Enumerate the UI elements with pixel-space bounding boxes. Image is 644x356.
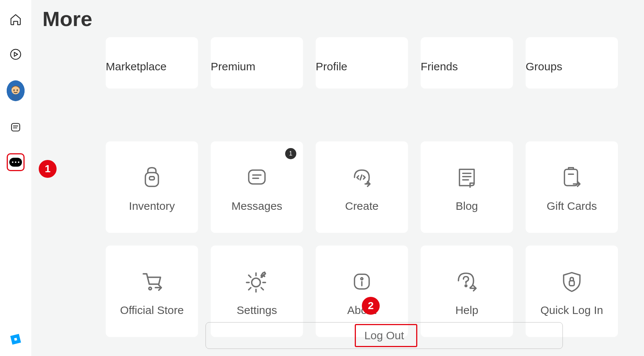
svg-point-0 [11, 49, 21, 60]
tile-label: About [347, 304, 376, 317]
inventory-icon [139, 162, 165, 193]
annotation-badge-1: 1 [39, 160, 57, 178]
tile-label: Groups [526, 60, 562, 73]
home-icon [9, 13, 22, 26]
tile-create[interactable]: Create [316, 141, 408, 233]
tiles-grid: Marketplace Premium Profile Friends Grou… [106, 37, 619, 337]
tile-label: Marketplace [106, 60, 166, 73]
svg-rect-28 [569, 281, 574, 286]
about-icon [349, 266, 375, 297]
tile-official-store[interactable]: Official Store [106, 246, 198, 337]
tile-messages[interactable]: 1 Messages [211, 141, 303, 233]
store-icon [138, 266, 166, 297]
sidebar-item-discover[interactable] [7, 45, 25, 63]
tile-profile[interactable]: Profile [316, 37, 408, 89]
create-icon [349, 162, 375, 193]
message-icon [244, 162, 270, 193]
sidebar-item-more[interactable] [7, 153, 25, 171]
svg-point-23 [252, 278, 260, 287]
tile-blog[interactable]: Blog [421, 141, 513, 233]
main-content: More Marketplace Premium Profile Friends… [31, 0, 644, 356]
blog-icon [454, 162, 480, 193]
svg-line-16 [360, 175, 362, 180]
logout-label: Log Out [364, 329, 404, 342]
svg-point-25 [361, 278, 363, 280]
more-icon [9, 158, 22, 167]
svg-point-5 [17, 90, 18, 91]
tile-label: Settings [237, 304, 277, 317]
tile-label: Messages [232, 200, 283, 212]
messages-badge: 1 [285, 148, 296, 159]
tile-label: Official Store [120, 304, 184, 317]
sidebar-item-home[interactable] [7, 10, 25, 28]
tile-label: Profile [316, 60, 347, 73]
tile-premium[interactable]: Premium [211, 37, 303, 89]
help-icon [453, 266, 480, 297]
gift-card-icon [559, 162, 585, 193]
svg-point-22 [149, 287, 152, 290]
svg-point-27 [465, 285, 467, 287]
page-title: More [42, 7, 92, 31]
avatar-icon [7, 80, 25, 101]
svg-point-4 [13, 90, 15, 91]
sidebar-item-chat[interactable] [7, 118, 25, 136]
svg-rect-12 [149, 177, 154, 180]
tile-label: Gift Cards [546, 200, 597, 212]
svg-rect-6 [12, 124, 20, 131]
tile-label: Blog [456, 200, 478, 212]
tile-groups[interactable]: Groups [526, 37, 618, 89]
tile-label: Quick Log In [541, 304, 603, 317]
svg-rect-20 [564, 169, 577, 186]
svg-rect-2 [12, 94, 20, 100]
play-circle-icon [9, 48, 22, 61]
chat-icon [9, 121, 22, 134]
shield-lock-icon [559, 266, 585, 297]
tile-label: Create [345, 200, 379, 212]
tile-label: Friends [421, 60, 458, 73]
sidebar-item-avatar[interactable] [7, 80, 25, 101]
svg-rect-13 [249, 170, 265, 184]
roblox-logo [0, 333, 31, 346]
tile-inventory[interactable]: Inventory [106, 141, 198, 233]
tile-label: Premium [211, 60, 255, 73]
tile-gift-cards[interactable]: Gift Cards [526, 141, 618, 233]
sidebar [0, 0, 31, 356]
tile-label: Help [455, 304, 478, 317]
tile-friends[interactable]: Friends [421, 37, 513, 89]
tile-label: Inventory [129, 200, 175, 212]
logout-button[interactable]: Log Out [205, 322, 563, 349]
tile-marketplace[interactable]: Marketplace [106, 37, 198, 89]
settings-icon [243, 266, 271, 297]
